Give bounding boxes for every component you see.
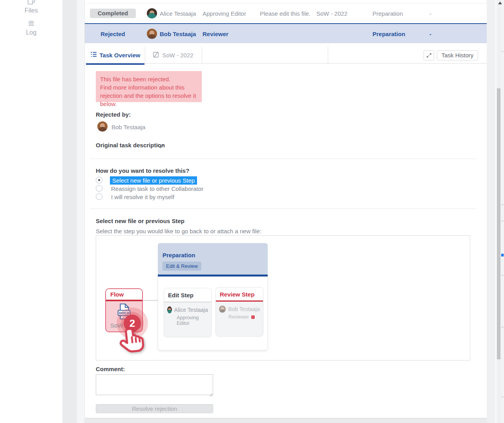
- select-step-title: Select new file or previous Step: [96, 218, 184, 224]
- radio-resolve-myself[interactable]: [96, 193, 102, 200]
- avatar-alice: [147, 8, 157, 18]
- tab-task-overview-label: Task Overview: [100, 52, 141, 59]
- task-row-completed[interactable]: Completed Alice Testaaja Approving Edito…: [85, 4, 487, 23]
- scrollbar-mark: [501, 397, 504, 397]
- log-icon: [0, 20, 62, 28]
- sidebar-gap: [62, 0, 77, 423]
- task-row-rejected[interactable]: Rejected Bob Testaaja Reviewer Preparati…: [85, 23, 487, 43]
- phase-subtitle-badge: Edit & Review: [163, 262, 201, 271]
- scrollbar-position-marker: [501, 254, 504, 256]
- sidebar-log-label: Log: [26, 29, 37, 36]
- flow-card-bar: [106, 300, 142, 301]
- step-title: Edit Step: [164, 288, 211, 302]
- row-message: Please edit this file.: [260, 10, 310, 17]
- row-assignee-role: Reviewer: [203, 30, 228, 37]
- phase-body: Edit Step Alice Testaaja Approving Edito…: [158, 277, 268, 350]
- step-card-edit[interactable]: Edit Step Alice Testaaja Approving Edito…: [164, 288, 212, 337]
- radio-select-new-file[interactable]: [96, 177, 102, 183]
- row-phase: Preparation: [373, 10, 403, 17]
- scrollbar-mark: [501, 51, 504, 52]
- scrollbar-mark: [501, 275, 504, 276]
- scrollbar-track[interactable]: [501, 0, 504, 423]
- section-divider: [90, 159, 476, 159]
- row-due: -: [429, 10, 431, 17]
- phase-title: Preparation: [163, 252, 195, 258]
- main-panel: Completed Alice Testaaja Approving Edito…: [84, 0, 487, 418]
- scrollbar-mark: [501, 221, 504, 222]
- rejection-notice-line2: Find more information about this rejecti…: [100, 83, 197, 108]
- phase-preparation: Preparation Edit & Review Edit Step Alic…: [158, 243, 268, 350]
- section-divider: [90, 209, 476, 209]
- tab-file-sow[interactable]: SoW - 2022: [145, 47, 201, 63]
- option-resolve-myself-label[interactable]: I will resolve it by myself: [111, 194, 174, 200]
- option-reassign-task-label[interactable]: Reassign task to other Collaborator: [111, 185, 203, 192]
- tab-separator: [202, 47, 202, 64]
- row-due: -: [429, 30, 431, 37]
- step-title: Review Step: [216, 287, 263, 302]
- content-gap: [77, 0, 84, 423]
- rejected-by-name: Bob Testaaja: [111, 124, 145, 130]
- status-label-rejected: Rejected: [90, 30, 136, 37]
- rejection-notice: This file has been rejected. Find more i…: [96, 71, 202, 102]
- tab-task-overview[interactable]: Task Overview: [86, 47, 144, 63]
- expand-icon: [426, 53, 432, 58]
- original-task-description-toggle[interactable]: Original task description: [96, 142, 165, 148]
- comment-label: Comment:: [96, 366, 125, 372]
- avatar-bob: [147, 29, 157, 39]
- expand-button[interactable]: [424, 50, 434, 60]
- step-assignee-role: Reviewer: [228, 314, 249, 320]
- step-assignee-role: Approving Editor: [177, 315, 208, 326]
- select-step-hint: Select the step you would like to go bac…: [96, 228, 261, 234]
- hand-cursor-icon: [117, 326, 150, 363]
- option-select-new-file-label[interactable]: Select new file or previous Step: [110, 176, 197, 185]
- phase-header: Preparation Edit & Review: [158, 243, 268, 275]
- row-assignee-name: Bob Testaaja: [160, 30, 196, 37]
- rejected-by-avatar: [97, 121, 108, 132]
- tab-separator: [328, 47, 328, 64]
- avatar-alice: [167, 306, 172, 313]
- status-badge-completed: Completed: [90, 9, 136, 18]
- flow-card-title: Flow: [106, 289, 142, 300]
- rejected-status-square: [251, 315, 255, 319]
- rejection-notice-line1: This file has been rejected.: [100, 75, 197, 83]
- edit-file-icon: [153, 51, 159, 59]
- row-phase: Preparation: [373, 30, 405, 37]
- scrollbar-thumb[interactable]: [497, 88, 500, 359]
- step-assignee-name: Alice Testaaja: [174, 307, 208, 313]
- app-window: Files Log Completed Alice Testaaja Appro…: [0, 0, 504, 423]
- scroll-up-arrow[interactable]: [498, 2, 502, 4]
- avatar-bob: [219, 306, 226, 313]
- scrollbar-mark: [501, 327, 504, 328]
- row-assignee-name: Alice Testaaja: [160, 10, 196, 17]
- tab-file-label: SoW - 2022: [162, 52, 193, 59]
- tab-bar: Task Overview SoW - 2022 Task Histo: [86, 47, 487, 64]
- sidebar: Files Log: [0, 0, 62, 423]
- chevron-down-icon[interactable]: [157, 143, 164, 150]
- step-assignee-name: Bob Testaaja: [228, 306, 260, 312]
- row-assignee-role: Approving Editor: [203, 10, 246, 17]
- task-overview-icon: [90, 51, 97, 59]
- step-card-review[interactable]: Review Step Bob Testaaja Reviewer: [215, 287, 263, 337]
- scrollbar-mark: [501, 204, 504, 205]
- resolve-question: How do you want to resolve this?: [96, 167, 189, 174]
- sidebar-item-files[interactable]: Files: [0, 0, 62, 14]
- task-history-button[interactable]: Task History: [437, 50, 478, 60]
- radio-reassign-task[interactable]: [96, 185, 102, 192]
- workflow-diagram: Flow DOCX SoW - 2022 2: [96, 235, 470, 361]
- rejected-by-label: Rejected by:: [96, 111, 131, 118]
- gutter-divider: [495, 0, 497, 423]
- resolve-rejection-button[interactable]: Resolve rejection: [96, 404, 213, 413]
- sidebar-item-log[interactable]: Log: [0, 20, 62, 36]
- row-file: SoW - 2022: [316, 10, 347, 17]
- sidebar-files-label: Files: [25, 7, 38, 14]
- comment-input[interactable]: [96, 374, 213, 395]
- files-icon: [0, 0, 62, 6]
